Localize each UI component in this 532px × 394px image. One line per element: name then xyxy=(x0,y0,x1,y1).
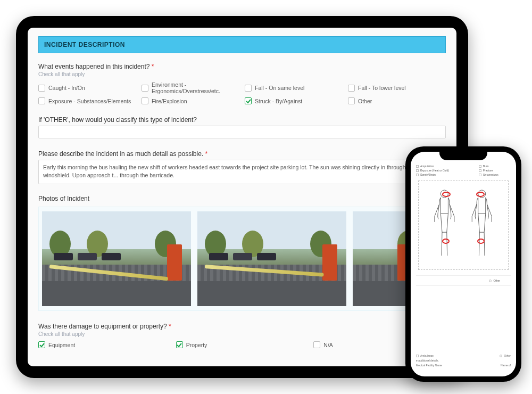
checkbox-icon xyxy=(38,97,45,104)
checkbox-exposure[interactable]: Exposure - Substances/Elements xyxy=(38,97,136,104)
checkbox-icon xyxy=(313,341,320,348)
checkbox-label: Fall - To lower level xyxy=(358,85,406,91)
question-describe: Please describe the incident in as much … xyxy=(38,150,446,158)
checkbox-label: Equipment xyxy=(48,342,75,348)
radio-label: Other xyxy=(504,354,511,357)
checkbox-icon xyxy=(245,97,252,104)
checkbox-label: Struck - By/Against xyxy=(255,98,302,104)
checkbox-environment[interactable]: Environment - Ergonomics/Overstress/etc. xyxy=(142,81,239,94)
question-damage-block: Was there damage to equipment or propert… xyxy=(38,323,446,348)
question-damage: Was there damage to equipment or propert… xyxy=(38,323,446,330)
incident-form: INCIDENT DESCRIPTION What events happene… xyxy=(28,28,456,348)
describe-textarea[interactable]: Early this morning the bus hauling the n… xyxy=(38,160,446,184)
checkbox-label: Caught - In/On xyxy=(48,85,85,91)
checkbox-label: Exposure - Substances/Elements xyxy=(48,98,131,104)
checkbox-icon xyxy=(245,85,252,92)
checkbox-sprain-strain[interactable]: Sprain/Strain xyxy=(416,173,476,176)
additional-details-row: e additional details. Medical Facility N… xyxy=(416,359,511,367)
injury-marker-knee-back[interactable] xyxy=(477,239,485,244)
checkbox-label: Exposure (Heat or Cold) xyxy=(420,169,449,172)
question-events: What events happened in this incident? xyxy=(38,63,446,70)
checkbox-icon xyxy=(479,174,481,176)
incident-photo-1[interactable] xyxy=(42,211,191,306)
radio-icon xyxy=(500,355,502,357)
radio-other-ambulance[interactable]: Other xyxy=(500,354,511,357)
checkbox-label: Fire/Explosion xyxy=(152,98,187,104)
checkbox-exposure-heat-cold[interactable]: Exposure (Heat or Cold) xyxy=(416,169,476,172)
checkbox-icon xyxy=(348,97,355,104)
checkbox-icon xyxy=(142,85,148,92)
checkbox-struck-by-against[interactable]: Struck - By/Against xyxy=(245,97,343,104)
name-of-label: Name of xyxy=(501,364,511,367)
question-events-hint: Check all that apply xyxy=(38,71,446,77)
checkbox-icon xyxy=(479,169,481,172)
photos-label: Photos of Incident xyxy=(38,195,446,202)
checkbox-icon xyxy=(142,97,148,104)
checkbox-label: Fracture xyxy=(483,169,493,172)
checkbox-label: Property xyxy=(186,342,207,348)
checkbox-icon xyxy=(479,165,481,168)
iphone-device-frame: Amputation Burn Exposure (Heat or Cold) … xyxy=(405,146,521,382)
checkbox-label: Other xyxy=(358,98,372,104)
ipad-device-frame: INCIDENT DESCRIPTION What events happene… xyxy=(16,16,468,378)
body-diagram[interactable] xyxy=(418,180,508,270)
checkbox-fall-lower-level[interactable]: Fall - To lower level xyxy=(348,81,446,94)
checkbox-label: Unconscious xyxy=(483,173,498,176)
checkbox-icon xyxy=(416,174,419,176)
checkbox-unconscious[interactable]: Unconscious xyxy=(479,173,511,176)
additional-details-label: e additional details. xyxy=(416,359,511,362)
checkbox-label: Environment - Ergonomics/Overstress/etc. xyxy=(152,81,239,94)
photos-row xyxy=(38,207,446,311)
other-classify-input[interactable] xyxy=(38,126,446,138)
checkbox-label: Amputation xyxy=(420,165,434,168)
facility-name-label: Medical Facility Name xyxy=(416,364,442,367)
checkbox-equipment[interactable]: Equipment xyxy=(38,341,171,348)
checkbox-caught-in-on[interactable]: Caught - In/On xyxy=(38,81,136,94)
checkbox-label: Ambulance xyxy=(420,354,434,357)
checkbox-property[interactable]: Property xyxy=(176,341,309,348)
question-damage-hint: Check all that apply xyxy=(38,331,446,337)
incident-photo-2[interactable] xyxy=(197,211,346,306)
injury-types-grid: Amputation Burn Exposure (Heat or Cold) … xyxy=(416,165,511,176)
divider xyxy=(416,275,511,276)
checkbox-fall-same-level[interactable]: Fall - On same level xyxy=(245,81,343,94)
checkbox-icon xyxy=(416,165,419,168)
checkbox-icon xyxy=(416,169,419,172)
iphone-screen: Amputation Burn Exposure (Heat or Cold) … xyxy=(411,152,516,376)
checkbox-amputation[interactable]: Amputation xyxy=(416,165,476,168)
radio-label: Other xyxy=(493,279,500,282)
divider xyxy=(416,285,511,286)
ambulance-row: Ambulance Other xyxy=(416,354,511,357)
checkbox-other[interactable]: Other xyxy=(348,97,446,104)
checkbox-icon xyxy=(38,85,45,92)
photos-section: Photos of Incident xyxy=(38,195,446,311)
radio-icon xyxy=(489,280,492,282)
injury-marker-neck-back[interactable] xyxy=(476,192,485,197)
damage-checkbox-row: Equipment Property N/A xyxy=(38,341,446,348)
checkbox-fire-explosion[interactable]: Fire/Explosion xyxy=(142,97,239,104)
checkbox-icon xyxy=(416,355,419,357)
ipad-screen: INCIDENT DESCRIPTION What events happene… xyxy=(28,28,456,366)
checkbox-ambulance[interactable]: Ambulance xyxy=(416,354,434,357)
checkbox-label: Sprain/Strain xyxy=(420,173,436,176)
checkbox-label: Burn xyxy=(483,165,489,168)
checkbox-fracture[interactable]: Fracture xyxy=(479,169,511,172)
radio-other[interactable]: Other xyxy=(416,279,511,282)
checkbox-icon xyxy=(38,341,45,348)
section-header: INCIDENT DESCRIPTION xyxy=(38,36,446,53)
question-other-classify: If 'OTHER', how would you classify this … xyxy=(38,116,446,124)
checkbox-label: Fall - On same level xyxy=(255,85,304,91)
checkbox-icon xyxy=(348,85,355,92)
checkbox-icon xyxy=(176,341,183,348)
checkbox-label: N/A xyxy=(323,342,333,348)
body-outline-icon xyxy=(419,181,508,269)
events-checkbox-grid: Caught - In/On Environment - Ergonomics/… xyxy=(38,81,446,104)
checkbox-burn[interactable]: Burn xyxy=(479,165,511,168)
